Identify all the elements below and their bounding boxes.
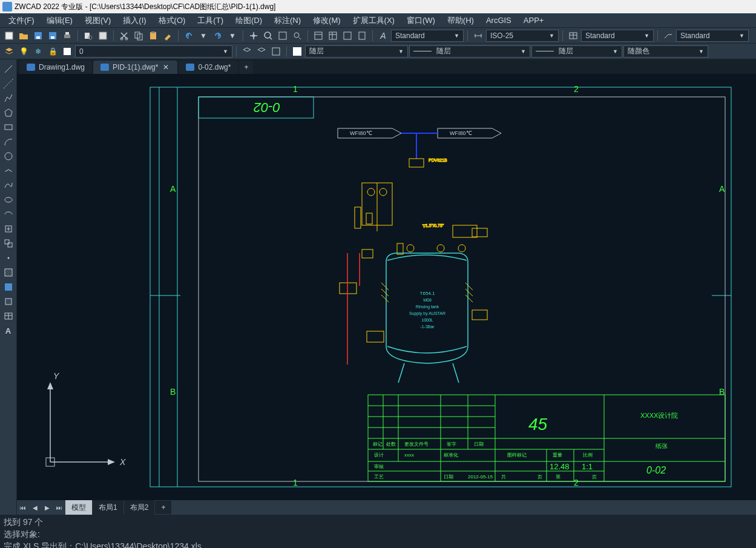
save-icon[interactable]: [31, 29, 45, 42]
layer-manager-icon[interactable]: [2, 45, 16, 58]
text-style-icon[interactable]: A: [376, 29, 390, 42]
prop-plotstyle-combo[interactable]: 随颜色▼: [623, 45, 708, 58]
doc-tab-add[interactable]: +: [239, 61, 253, 74]
mleader-style-icon[interactable]: [662, 29, 675, 42]
ellipse-arc-icon[interactable]: [1, 208, 16, 221]
layer-freeze-icon[interactable]: ❄: [31, 45, 45, 58]
tab-nav-prev-icon[interactable]: ◀: [29, 501, 41, 513]
redo-icon[interactable]: [211, 29, 225, 42]
dim-style-combo[interactable]: ISO-25▼: [486, 30, 559, 42]
cut-icon[interactable]: [117, 29, 131, 42]
print-preview-icon[interactable]: [82, 29, 95, 42]
point-icon[interactable]: [1, 251, 16, 265]
menu-edit[interactable]: 编辑(E): [41, 15, 79, 26]
layout-tab-model[interactable]: 模型: [65, 500, 92, 515]
text-style-combo[interactable]: Standard▼: [391, 30, 464, 42]
design-center-icon[interactable]: [326, 29, 340, 42]
undo-dropdown-icon[interactable]: ▼: [197, 29, 210, 42]
undo-icon[interactable]: [182, 29, 196, 42]
menu-app[interactable]: APP+: [518, 16, 550, 25]
menu-draw[interactable]: 绘图(D): [229, 15, 268, 26]
properties-icon[interactable]: [312, 29, 325, 42]
tab-nav-next-icon[interactable]: ▶: [41, 501, 53, 513]
layout-tab-1[interactable]: 布局1: [93, 500, 123, 515]
layout-tab-2[interactable]: 布局2: [124, 500, 155, 515]
menu-view[interactable]: 视图(V): [79, 15, 117, 26]
tool-palette-icon[interactable]: [341, 29, 354, 42]
layer-lock-icon[interactable]: 🔒: [46, 45, 59, 58]
prop-color-combo[interactable]: 随层▼: [305, 45, 408, 58]
zoom-window-icon[interactable]: [276, 29, 289, 42]
print-icon[interactable]: [61, 29, 74, 42]
color-swatch-icon[interactable]: [291, 45, 304, 58]
doc-tab-pid1[interactable]: PID-1(1).dwg* ✕: [93, 61, 177, 74]
pan-icon[interactable]: [247, 29, 260, 42]
arc-icon[interactable]: [1, 135, 16, 148]
spline-icon[interactable]: [1, 179, 16, 192]
xline-icon[interactable]: [1, 77, 16, 90]
circle-icon[interactable]: [1, 150, 16, 163]
tab-nav-last-icon[interactable]: ⏭: [53, 501, 65, 513]
make-block-icon[interactable]: [1, 237, 16, 250]
zoom-prev-icon[interactable]: [291, 29, 304, 42]
mtext-icon[interactable]: A: [1, 324, 16, 337]
menu-modify[interactable]: 修改(M): [307, 15, 347, 26]
match-prop-icon[interactable]: [161, 29, 174, 42]
insert-block-icon[interactable]: [1, 222, 16, 236]
rectangle-icon[interactable]: [1, 120, 16, 134]
dwg-file-icon: [27, 64, 35, 71]
calc-icon[interactable]: [355, 29, 369, 42]
separator: [562, 30, 563, 41]
revcloud-icon[interactable]: [1, 164, 16, 177]
prop-lineweight-combo[interactable]: 随层▼: [409, 45, 530, 58]
copy-icon[interactable]: [132, 29, 145, 42]
layer-color-icon[interactable]: [61, 45, 74, 58]
svg-text:审核: 审核: [374, 464, 384, 469]
region-icon[interactable]: [1, 295, 16, 308]
table-style-combo[interactable]: Standard▼: [581, 30, 654, 42]
table-icon[interactable]: [1, 309, 16, 323]
close-icon[interactable]: ✕: [162, 63, 170, 71]
layer-state-icon[interactable]: [255, 45, 268, 58]
doc-tab-002[interactable]: 0-02.dwg*: [179, 61, 238, 74]
gradient-icon[interactable]: [1, 280, 16, 294]
dim-style-icon[interactable]: [472, 29, 485, 42]
menu-file[interactable]: 文件(F): [2, 15, 41, 26]
menu-tools[interactable]: 工具(T): [191, 15, 229, 26]
paste-icon[interactable]: [146, 29, 160, 42]
table-style-icon[interactable]: [567, 29, 580, 42]
menu-dimension[interactable]: 标注(N): [268, 15, 307, 26]
pline-icon[interactable]: [1, 91, 16, 105]
layer-match-icon[interactable]: [269, 45, 283, 58]
zoom-realtime-icon[interactable]: [261, 29, 275, 42]
command-area[interactable]: 找到 97 个 选择对象: 完成 XLS 导出到：C:\Users\13344\…: [0, 515, 756, 548]
ellipse-icon[interactable]: [1, 193, 16, 206]
menu-window[interactable]: 窗口(W): [401, 15, 441, 26]
new-icon[interactable]: [2, 29, 16, 42]
doc-tab-drawing1[interactable]: Drawing1.dwg: [19, 61, 92, 74]
svg-rect-5: [64, 35, 70, 38]
layer-previous-icon[interactable]: [240, 45, 254, 58]
layer-combo[interactable]: 0▼: [75, 45, 232, 58]
layout-tab-add[interactable]: +: [155, 501, 171, 514]
dwg-file-icon: [186, 64, 194, 71]
menu-format[interactable]: 格式(O): [153, 15, 192, 26]
line-icon[interactable]: [1, 62, 16, 76]
menu-insert[interactable]: 插入(I): [117, 15, 152, 26]
mleader-style-combo[interactable]: Standard▼: [676, 30, 749, 42]
menu-help[interactable]: 帮助(H): [441, 15, 480, 26]
open-icon[interactable]: [17, 29, 30, 42]
tab-nav-first-icon[interactable]: ⏮: [17, 501, 29, 513]
svg-rect-88: [472, 310, 487, 320]
redo-dropdown-icon[interactable]: ▼: [226, 29, 239, 42]
svg-rect-90: [340, 283, 357, 294]
hatch-icon[interactable]: [1, 266, 16, 279]
layer-bulb-icon[interactable]: 💡: [17, 45, 30, 58]
menu-arcgis[interactable]: ArcGIS: [480, 16, 518, 25]
polygon-icon[interactable]: [1, 106, 16, 119]
publish-icon[interactable]: [96, 29, 110, 42]
saveas-icon[interactable]: [46, 29, 59, 42]
prop-linetype-combo[interactable]: 随层▼: [531, 45, 622, 58]
drawing-canvas[interactable]: 1 2 1 2 A B A B 0-02 WFI80℃ WF: [17, 74, 756, 500]
menu-extension[interactable]: 扩展工具(X): [347, 15, 401, 26]
